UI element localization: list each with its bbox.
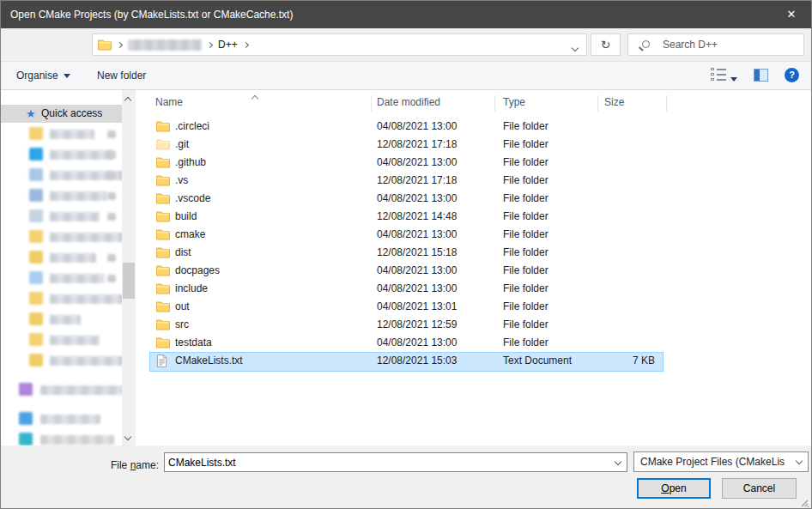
file-name: .circleci — [175, 118, 209, 136]
file-row[interactable]: testdata 04/08/2021 13:00 File folder — [136, 334, 811, 352]
search-box[interactable] — [627, 33, 804, 56]
file-date-modified: 04/08/2021 13:01 — [377, 298, 457, 316]
column-header-name[interactable]: Name — [155, 96, 183, 108]
file-name: docpages — [175, 262, 220, 280]
folder-icon — [29, 271, 43, 284]
file-type-filter-select[interactable]: CMake Project Files (CMakeLis — [633, 451, 809, 472]
dialog-title: Open CMake Projects (by CMakeLists.txt o… — [10, 1, 293, 28]
open-button[interactable]: Open — [637, 478, 711, 499]
sidebar-item-redacted[interactable] — [1, 351, 122, 372]
quick-access-star-icon: ★ — [26, 105, 36, 123]
file-row[interactable]: CMakeLists.txt 12/08/2021 15:03 Text Doc… — [136, 352, 811, 370]
preview-pane-icon[interactable] — [754, 69, 768, 82]
refresh-button[interactable]: ↻ — [591, 33, 621, 56]
file-name-dropdown-icon[interactable] — [615, 458, 621, 465]
sidebar-item-redacted[interactable] — [1, 248, 122, 269]
file-row[interactable]: dist 12/08/2021 15:18 File folder — [136, 244, 811, 262]
scroll-down-icon[interactable] — [125, 430, 130, 442]
folder-icon — [29, 251, 43, 264]
filter-dropdown-icon — [796, 457, 803, 464]
breadcrumb-separator-icon — [243, 41, 249, 47]
sort-ascending-icon — [251, 95, 258, 102]
file-row[interactable]: src 12/08/2021 12:59 File folder — [136, 316, 811, 334]
column-header-date-modified[interactable]: Date modified — [377, 96, 440, 108]
file-row[interactable]: .vs 12/08/2021 17:18 File folder — [136, 172, 811, 190]
file-date-modified: 04/08/2021 13:00 — [377, 280, 457, 298]
computer-icon — [19, 412, 33, 425]
file-row[interactable]: .circleci 04/08/2021 13:00 File folder — [136, 118, 811, 136]
folder-icon — [156, 174, 170, 186]
cloud-icon — [19, 383, 33, 396]
file-row[interactable]: include 04/08/2021 13:00 File folder — [136, 280, 811, 298]
file-name-input[interactable] — [168, 454, 602, 470]
sidebar-item-redacted[interactable] — [1, 186, 122, 207]
column-header-type[interactable]: Type — [503, 96, 525, 108]
file-date-modified: 04/08/2021 13:00 — [377, 226, 457, 244]
file-row[interactable]: docpages 04/08/2021 13:00 File folder — [136, 262, 811, 280]
file-name: CMakeLists.txt — [175, 352, 243, 370]
sidebar-item-redacted[interactable] — [1, 430, 122, 445]
scrollbar-thumb[interactable] — [123, 263, 135, 299]
close-icon[interactable]: ✕ — [772, 1, 811, 28]
organise-button[interactable]: Organise — [16, 62, 70, 89]
folder-icon — [156, 282, 170, 294]
file-date-modified: 12/08/2021 17:18 — [377, 172, 457, 190]
search-input[interactable] — [663, 35, 800, 54]
open-file-dialog: Open CMake Projects (by CMakeLists.txt o… — [0, 0, 812, 509]
sidebar-item-redacted[interactable] — [1, 330, 122, 351]
new-folder-button[interactable]: New folder — [97, 62, 146, 89]
sidebar-item-redacted[interactable] — [1, 145, 122, 166]
file-row[interactable]: .github 04/08/2021 13:00 File folder — [136, 154, 811, 172]
sidebar-item-label-redacted — [50, 336, 100, 345]
file-row[interactable]: build 12/08/2021 14:48 File folder — [136, 208, 811, 226]
file-name: .github — [175, 154, 206, 172]
sidebar-item-quick-access[interactable]: ★ Quick access — [1, 105, 122, 123]
sidebar-item-label-redacted — [50, 253, 96, 263]
file-type: File folder — [503, 136, 548, 154]
scroll-up-icon[interactable] — [125, 94, 130, 106]
breadcrumb-segment[interactable]: D++ — [218, 39, 238, 51]
cancel-button[interactable]: Cancel — [722, 478, 797, 499]
file-type: File folder — [503, 316, 548, 334]
file-name-combo — [164, 452, 627, 472]
sidebar-item-redacted[interactable] — [1, 289, 122, 310]
file-row[interactable]: .vscode 04/08/2021 13:00 File folder — [136, 190, 811, 208]
sidebar-item-redacted[interactable] — [1, 166, 122, 186]
folder-icon — [29, 230, 43, 243]
sidebar-item-redacted[interactable] — [1, 269, 122, 289]
sidebar-item-redacted[interactable] — [1, 310, 122, 330]
file-name: src — [175, 316, 189, 334]
chevron-down-icon — [64, 74, 70, 78]
sidebar-item-redacted[interactable] — [1, 227, 122, 248]
file-row[interactable]: .git 12/08/2021 17:18 File folder — [136, 136, 811, 154]
pictures-icon — [29, 209, 43, 222]
sidebar-scrollbar[interactable] — [122, 90, 136, 445]
file-type: File folder — [503, 244, 548, 262]
file-type: Text Document — [503, 352, 572, 370]
column-header-size[interactable]: Size — [604, 96, 624, 108]
file-type: File folder — [503, 190, 548, 208]
file-type: File folder — [503, 334, 548, 352]
pin-icon — [107, 151, 116, 159]
file-name: dist — [175, 244, 191, 262]
sidebar-item-redacted[interactable] — [1, 124, 122, 145]
sidebar-item-label-redacted — [50, 150, 113, 160]
address-bar[interactable]: D++ — [92, 33, 587, 56]
help-button[interactable]: ? — [785, 68, 799, 82]
downloads-icon — [29, 168, 43, 181]
file-row[interactable]: cmake 04/08/2021 13:00 File folder — [136, 226, 811, 244]
file-type: File folder — [503, 280, 548, 298]
pin-icon — [107, 130, 116, 138]
address-dropdown-icon[interactable] — [566, 36, 585, 53]
views-dropdown-icon[interactable] — [730, 73, 737, 85]
dialog-body: ★ Quick access — [1, 90, 811, 445]
file-row[interactable]: out 04/08/2021 13:01 File folder — [136, 298, 811, 316]
sidebar-item-redacted[interactable] — [1, 409, 122, 430]
sidebar-item-redacted[interactable] — [1, 380, 122, 401]
file-name: out — [175, 298, 190, 316]
breadcrumb-segment-redacted[interactable] — [128, 39, 202, 51]
change-view-button[interactable] — [711, 68, 728, 83]
sidebar-item-redacted[interactable] — [1, 207, 122, 227]
navigation-pane: ★ Quick access — [1, 90, 122, 445]
resize-grip[interactable] — [799, 498, 809, 508]
